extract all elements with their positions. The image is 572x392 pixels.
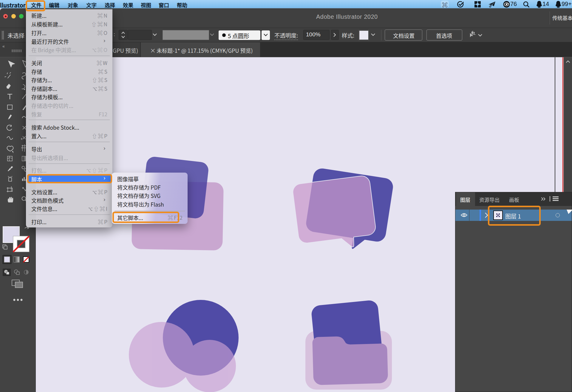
svg-text:G: G [489, 5, 491, 8]
